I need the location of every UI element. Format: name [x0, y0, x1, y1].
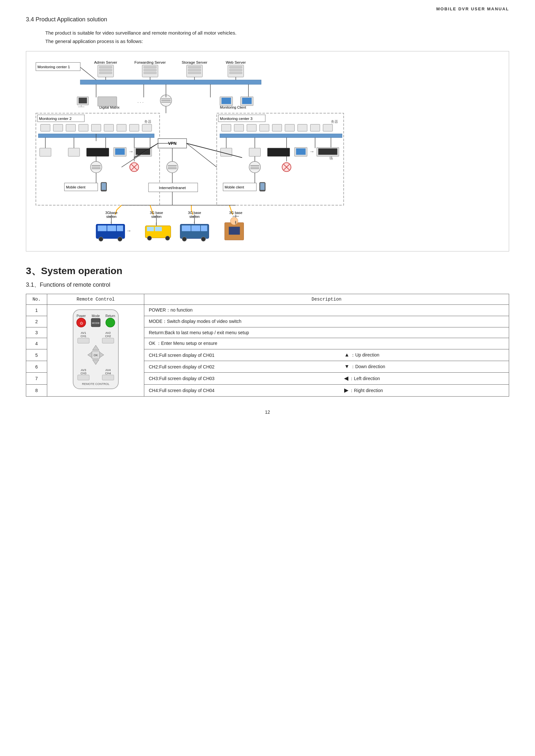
svg-rect-166 — [155, 227, 162, 231]
row-no-8: 8 — [26, 385, 47, 396]
svg-rect-16 — [188, 72, 201, 74]
svg-rect-11 — [144, 72, 156, 74]
svg-text:REMOTE CONTROL: REMOTE CONTROL — [82, 382, 109, 386]
svg-rect-170 — [182, 226, 190, 231]
left-arrow: ◀ — [344, 376, 348, 381]
svg-rect-171 — [191, 226, 200, 231]
svg-rect-137 — [260, 183, 265, 190]
svg-rect-72 — [68, 148, 80, 156]
remote-control-image-cell: Power Mode Return ⏻ MODE AV1 CH1 — [47, 305, 144, 396]
svg-point-162 — [118, 237, 122, 241]
svg-text:AV4: AV4 — [105, 368, 110, 372]
svg-text:Monitoring center 3: Monitoring center 3 — [220, 116, 253, 121]
svg-rect-211 — [102, 338, 114, 343]
row-desc-1: POWER：no function — [144, 305, 509, 316]
svg-text:↓: ↓ — [110, 220, 112, 224]
svg-rect-9 — [144, 66, 156, 68]
svg-text:务器: 务器 — [331, 120, 338, 123]
row-desc-4: OK ：Enter Menu setup or ensure — [144, 338, 509, 349]
svg-rect-110 — [310, 124, 320, 132]
svg-rect-71 — [40, 148, 51, 156]
down-arrow: ▼ — [344, 364, 349, 369]
svg-text:3Gbase: 3Gbase — [105, 211, 117, 215]
svg-rect-172 — [201, 226, 207, 231]
diagram-svg: Monitoring center 1 Admin Server Forward… — [33, 58, 502, 245]
svg-text:CH3: CH3 — [80, 372, 86, 375]
row-no-2: 2 — [26, 316, 47, 327]
svg-rect-45 — [222, 97, 231, 104]
svg-rect-62 — [117, 124, 126, 132]
svg-rect-60 — [92, 124, 101, 132]
svg-text:Monitoring Client: Monitoring Client — [220, 105, 246, 109]
intro-text: The product is suitable for video survei… — [45, 29, 509, 45]
row-desc-8: CH4:Full screen display of CH04 ▶ ：Right… — [144, 385, 509, 396]
system-operation-title: 3、System operation — [26, 264, 509, 278]
table-header-rc: Remote Control — [47, 294, 144, 305]
svg-rect-119 — [249, 148, 260, 156]
svg-rect-37 — [98, 97, 117, 106]
svg-rect-223 — [102, 375, 114, 380]
svg-rect-112 — [220, 134, 342, 138]
svg-rect-20 — [229, 69, 242, 71]
row-desc-7: CH3:Full screen display of CH03 ◀ ：Left … — [144, 373, 509, 385]
row-no-5: 5 — [26, 349, 47, 361]
svg-text:⏻: ⏻ — [80, 322, 83, 325]
row-desc-3: Returm:Back to last menu setup / exit me… — [144, 327, 509, 338]
svg-text:↓: ↓ — [193, 220, 195, 224]
svg-rect-73 — [87, 148, 109, 156]
svg-text:Mobile client: Mobile client — [225, 185, 244, 189]
svg-rect-158 — [98, 226, 106, 231]
svg-text:→: → — [126, 228, 131, 233]
svg-text:Return: Return — [105, 314, 115, 318]
svg-text:务器: 务器 — [144, 120, 152, 123]
svg-rect-4 — [99, 66, 112, 68]
svg-rect-15 — [188, 69, 201, 71]
row-no-1: 1 — [26, 305, 47, 316]
svg-rect-64 — [142, 124, 152, 132]
down-direction-label: ：Down direction — [351, 364, 385, 369]
svg-point-167 — [147, 236, 152, 240]
remote-control-svg: Power Mode Return ⏻ MODE AV1 CH1 — [63, 308, 128, 392]
svg-rect-6 — [99, 72, 112, 74]
svg-rect-75 — [115, 148, 125, 155]
svg-text:Internet/Intranet: Internet/Intranet — [159, 185, 186, 190]
svg-text:AV2: AV2 — [105, 331, 110, 335]
svg-rect-177 — [229, 227, 240, 235]
svg-rect-160 — [117, 226, 123, 231]
svg-text:3G base: 3G base — [188, 211, 201, 215]
svg-point-205 — [106, 318, 115, 327]
svg-rect-33 — [79, 97, 87, 103]
page: MOBILE DVR USER MANUAL 3.4 Product Appli… — [0, 0, 535, 756]
svg-text:3G base: 3G base — [229, 211, 242, 215]
svg-text:· · ·: · · · — [137, 100, 144, 105]
svg-text:Storage Server: Storage Server — [182, 60, 207, 64]
svg-text:Monitoring center 2: Monitoring center 2 — [39, 116, 72, 121]
svg-text:→: → — [310, 149, 315, 154]
svg-rect-125 — [318, 148, 337, 155]
svg-line-186 — [80, 67, 96, 80]
svg-point-161 — [99, 237, 103, 241]
svg-text:Power: Power — [76, 314, 86, 318]
svg-rect-108 — [285, 124, 294, 132]
svg-rect-165 — [147, 227, 154, 231]
svg-rect-104 — [234, 124, 243, 132]
svg-rect-47 — [242, 97, 252, 104]
svg-text:MODE: MODE — [92, 322, 99, 325]
svg-rect-220 — [78, 375, 89, 380]
svg-text:↓: ↓ — [155, 221, 157, 225]
row-no-4: 4 — [26, 338, 47, 349]
svg-rect-107 — [272, 124, 282, 132]
svg-rect-57 — [53, 124, 63, 132]
svg-rect-14 — [188, 66, 201, 68]
svg-rect-106 — [259, 124, 269, 132]
svg-point-173 — [182, 237, 187, 241]
network-diagram: Monitoring center 1 Admin Server Forward… — [26, 51, 509, 252]
page-number: 12 — [26, 410, 509, 415]
svg-rect-59 — [79, 124, 88, 132]
svg-point-176 — [230, 217, 238, 225]
svg-rect-63 — [129, 124, 139, 132]
table-header-no: No. — [26, 294, 47, 305]
remote-control-table: No. Remote Control Description 1 Power M… — [26, 294, 509, 396]
row-desc-5: CH1:Full screen display of CH01 ▲ ：Up di… — [144, 349, 509, 361]
svg-text:场: 场 — [329, 156, 333, 160]
